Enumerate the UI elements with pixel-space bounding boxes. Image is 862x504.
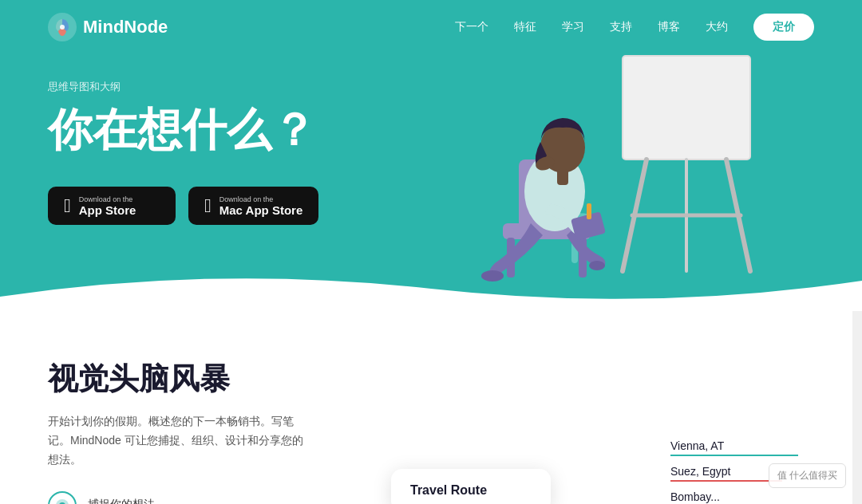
main-nav: 下一个 特征 学习 支持 博客 大约 定价 xyxy=(455,14,814,41)
pricing-button[interactable]: 定价 xyxy=(753,14,814,41)
watermark-text: 值 什么值得买 xyxy=(777,470,837,481)
mac-store-text: Download on the Mac App Store xyxy=(219,195,302,217)
nav-support[interactable]: 支持 xyxy=(610,20,632,34)
capture-icon xyxy=(48,491,77,504)
feature-capture: 捕捉你的想法 xyxy=(48,491,303,504)
apple-icon-mac:  xyxy=(204,195,212,217)
hero-section: MindNode 下一个 特征 学习 支持 博客 大约 定价 思维导图和大纲 你… xyxy=(0,0,862,311)
app-store-button[interactable]:  Download on the App Store xyxy=(48,187,176,225)
section2: 视觉头脑风暴 开始计划你的假期。概述您的下一本畅销书。写笔记。MindNode … xyxy=(0,311,862,504)
nav-learn[interactable]: 学习 xyxy=(562,20,584,34)
app-store-small: Download on the xyxy=(79,195,133,203)
route-line-red xyxy=(670,480,782,482)
app-store-big: App Store xyxy=(79,203,136,217)
travel-route-card: Travel Route xyxy=(391,469,551,504)
nav-features[interactable]: 特征 xyxy=(514,20,536,34)
route-item-vienna: Vienna, AT xyxy=(670,439,798,456)
route-line-teal xyxy=(670,455,798,456)
hero-subtitle: 思维导图和大纲 xyxy=(48,80,862,94)
section2-title: 视觉头脑风暴 xyxy=(48,359,303,400)
nav-next[interactable]: 下一个 xyxy=(455,20,488,34)
route-bombay-label: Bombay... xyxy=(670,490,720,503)
mac-store-big: Mac App Store xyxy=(219,203,302,217)
mac-store-small: Download on the xyxy=(219,195,274,203)
section2-description: 开始计划你的假期。概述您的下一本畅销书。写笔记。MindNode 可让您捕捉、组… xyxy=(48,412,303,469)
mac-app-store-button[interactable]:  Download on the Mac App Store xyxy=(188,187,318,225)
feature-capture-label: 捕捉你的想法 xyxy=(88,498,155,504)
section2-right: Travel Route Vienna, AT Suez, Egypt Bomb… xyxy=(351,359,814,504)
nav-blog[interactable]: 博客 xyxy=(658,20,680,34)
logo-text: MindNode xyxy=(83,17,168,37)
mindnode-logo-icon xyxy=(48,13,77,41)
svg-point-1 xyxy=(60,25,65,30)
header: MindNode 下一个 特征 学习 支持 博客 大约 定价 xyxy=(0,0,862,54)
route-suez-label: Suez, Egypt xyxy=(670,465,731,478)
apple-icon:  xyxy=(64,195,71,217)
hero-title: 你在想什么？ xyxy=(48,100,862,161)
route-item-bombay: Bombay... xyxy=(670,490,798,504)
nav-about[interactable]: 大约 xyxy=(706,20,728,34)
logo-area[interactable]: MindNode xyxy=(48,13,168,41)
store-buttons:  Download on the App Store  Download o… xyxy=(48,187,862,225)
travel-route-title: Travel Route xyxy=(410,483,487,497)
route-vienna-label: Vienna, AT xyxy=(670,439,724,452)
watermark: 值 什么值得买 xyxy=(769,463,846,488)
hero-wave xyxy=(0,265,862,311)
app-store-text: Download on the App Store xyxy=(79,195,136,217)
section2-left: 视觉头脑风暴 开始计划你的假期。概述您的下一本畅销书。写笔记。MindNode … xyxy=(48,359,303,504)
